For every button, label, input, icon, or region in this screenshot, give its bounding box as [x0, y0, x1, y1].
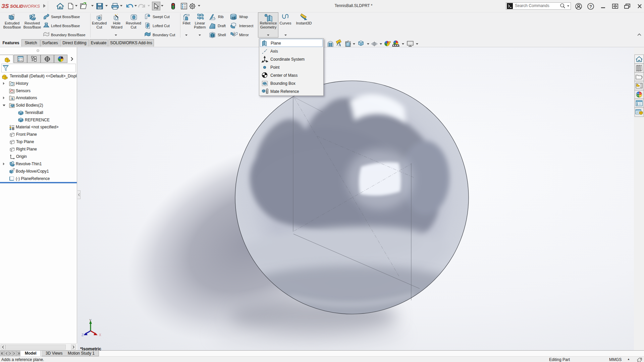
svg-text:A: A: [338, 43, 341, 47]
svg-text:SOLIDWORKS: SOLIDWORKS: [10, 4, 40, 9]
svg-text:Y: Y: [89, 319, 92, 322]
svg-text:X: X: [99, 333, 101, 337]
svg-text:Z: Z: [82, 333, 84, 337]
svg-text:ЗS: ЗS: [1, 3, 9, 9]
svg-text:cd: cd: [232, 16, 235, 19]
svg-text:?: ?: [589, 4, 592, 9]
svg-text:A: A: [11, 97, 13, 101]
